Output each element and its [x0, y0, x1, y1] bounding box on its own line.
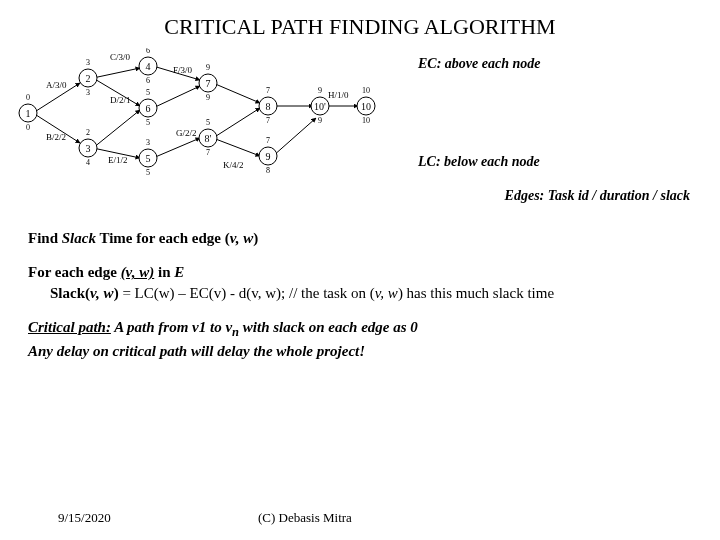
svg-text:3: 3: [86, 88, 90, 97]
svg-text:E/1/2: E/1/2: [108, 155, 128, 165]
svg-text:8: 8: [266, 166, 270, 175]
svg-text:9: 9: [318, 116, 322, 125]
svg-text:C/3/0: C/3/0: [110, 52, 131, 62]
svg-text:10: 10: [362, 86, 370, 95]
txt: For each edge: [28, 264, 121, 280]
txt: Find: [28, 230, 62, 246]
svg-text:5: 5: [206, 118, 210, 127]
svg-text:9: 9: [206, 93, 210, 102]
svg-text:G/2/2: G/2/2: [176, 128, 197, 138]
svg-text:7: 7: [206, 148, 210, 157]
svg-text:6: 6: [146, 48, 150, 55]
txt: n: [232, 325, 239, 339]
svg-text:6: 6: [146, 103, 151, 114]
svg-text:5: 5: [146, 118, 150, 127]
svg-line-4: [93, 110, 140, 148]
svg-line-7: [153, 86, 200, 108]
slack-heading: Find Slack Time for each edge (v, w): [28, 228, 692, 248]
svg-text:6: 6: [146, 76, 150, 85]
svg-line-10: [213, 108, 260, 138]
svg-text:A/3/0: A/3/0: [46, 80, 67, 90]
svg-line-11: [213, 138, 260, 156]
svg-text:H/1/0: H/1/0: [328, 90, 349, 100]
cp-line-2: Any delay on critical path will delay th…: [28, 341, 692, 361]
txt: in: [154, 264, 174, 280]
svg-text:5: 5: [146, 168, 150, 177]
page-title: CRITICAL PATH FINDING ALGORITHM: [0, 0, 720, 48]
svg-text:3: 3: [146, 138, 150, 147]
svg-text:4: 4: [146, 61, 151, 72]
critical-path-block: Critical path: A path from v1 to vn with…: [28, 317, 692, 361]
note-lc: LC: below each node: [418, 154, 704, 170]
algo-block: For each edge (v, w) in E Slack(v, w) = …: [28, 262, 692, 303]
footer-date: 9/15/2020: [28, 510, 208, 526]
svg-text:9: 9: [206, 63, 210, 72]
txt: v, w: [230, 230, 254, 246]
txt: A path from: [111, 319, 192, 335]
note-ec: EC: above each node: [418, 56, 704, 72]
txt: Slack: [62, 230, 96, 246]
svg-text:K/4/2: K/4/2: [223, 160, 244, 170]
svg-text:9: 9: [318, 86, 322, 95]
svg-text:2: 2: [86, 128, 90, 137]
svg-text:3: 3: [86, 143, 91, 154]
svg-line-2: [93, 68, 140, 78]
svg-text:7: 7: [266, 116, 270, 125]
svg-text:5: 5: [146, 153, 151, 164]
svg-text:1: 1: [26, 108, 31, 119]
txt: Time for each edge (: [96, 230, 230, 246]
svg-text:4: 4: [86, 158, 90, 167]
svg-text:9: 9: [266, 151, 271, 162]
svg-text:3: 3: [86, 58, 90, 67]
svg-line-9: [213, 83, 260, 103]
svg-text:2: 2: [86, 73, 91, 84]
svg-text:10': 10': [314, 101, 326, 112]
side-notes: EC: above each node LC: below each node: [388, 48, 712, 178]
txt: with slack on each edge as 0: [239, 319, 418, 335]
svg-text:B/2/2: B/2/2: [46, 132, 66, 142]
txt: v, w: [375, 285, 398, 301]
svg-text:8': 8': [205, 133, 212, 144]
algo-line-2: Slack(v, w) = LC(w) – EC(v) - d(v, w); /…: [28, 283, 692, 303]
txt: ) has this much slack time: [398, 285, 554, 301]
svg-text:10: 10: [361, 101, 371, 112]
svg-text:0: 0: [26, 93, 30, 102]
svg-text:7: 7: [206, 78, 211, 89]
cp-line-1: Critical path: A path from v1 to vn with…: [28, 317, 692, 341]
graph-row: 1 2 3 4 6 5 7 8' 8 9 10' 10 00 33 24 66 …: [0, 48, 720, 178]
txt: Critical path:: [28, 319, 111, 335]
txt: v, w: [90, 285, 114, 301]
txt: v1: [192, 319, 206, 335]
svg-text:7: 7: [266, 136, 270, 145]
svg-text:10: 10: [362, 116, 370, 125]
svg-text:8: 8: [266, 101, 271, 112]
footer-copyright: (C) Debasis Mitra: [208, 510, 692, 526]
svg-text:5: 5: [146, 88, 150, 97]
footer: 9/15/2020 (C) Debasis Mitra: [0, 510, 720, 526]
body-content: Find Slack Time for each edge (v, w) For…: [0, 204, 720, 361]
txt: (v, w): [121, 264, 155, 280]
algo-line-1: For each edge (v, w) in E: [28, 262, 692, 282]
cpm-graph: 1 2 3 4 6 5 7 8' 8 9 10' 10 00 33 24 66 …: [8, 48, 388, 178]
note-edges: Edges: Task id / duration / slack: [0, 178, 720, 204]
svg-line-13: [273, 118, 316, 156]
txt: Slack(: [50, 285, 90, 301]
svg-text:F/3/0: F/3/0: [173, 65, 193, 75]
txt: = LC(w) – EC(v) - d(v, w); // the task o…: [122, 285, 374, 301]
svg-text:7: 7: [266, 86, 270, 95]
svg-text:0: 0: [26, 123, 30, 132]
svg-text:D/2/1: D/2/1: [110, 95, 131, 105]
txt: E: [174, 264, 184, 280]
svg-line-8: [153, 138, 200, 158]
txt: to: [206, 319, 225, 335]
txt: ): [253, 230, 258, 246]
